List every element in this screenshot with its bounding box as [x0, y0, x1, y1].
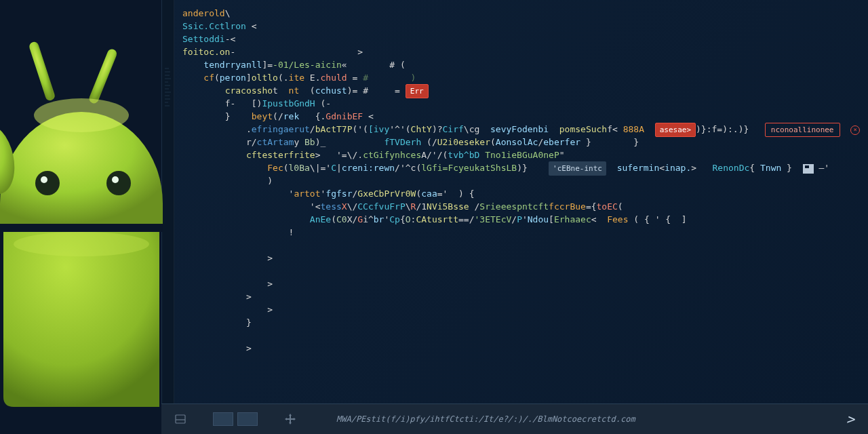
hint-badge: 'cEBne-intc: [549, 161, 606, 176]
code-line[interactable]: '<tessX\/CCcfvuFrP\R/1NVi5Bsse /Srieeesp…: [182, 200, 861, 213]
code-line[interactable]: Ssic.Cctlron <: [182, 20, 861, 33]
warning-badge[interactable]: nconoallinonee: [765, 123, 840, 137]
thumbnails[interactable]: [213, 412, 258, 426]
code-line[interactable]: Settoddi-<: [182, 33, 861, 45]
error-badge: Err: [406, 84, 429, 98]
code-line[interactable]: cracosshot nt (cchust)= # = Err: [182, 84, 861, 97]
code-line[interactable]: Fec(l0Ba\|='C|creni:rewn/'^c(lGfi=Fcyeuk…: [182, 161, 861, 174]
status-bar: MWA/PEstit(f/i)pfy/ihtfCtcti:/It/e?/:)/.…: [161, 403, 868, 434]
svg-rect-7: [0, 224, 163, 232]
thumbnail[interactable]: [237, 412, 258, 426]
code-line[interactable]: }: [182, 316, 861, 329]
code-line[interactable]: >: [182, 252, 861, 264]
code-line[interactable]: !: [182, 226, 861, 239]
code-content[interactable]: anderold\Ssic.Cctlron <Settoddi-<foitoc.…: [182, 7, 861, 355]
code-line[interactable]: AnEe(C0X/Gi^br'Cp{O:CAtusrtt==/'3ETEcV/P…: [182, 213, 861, 226]
forward-arrow-icon[interactable]: >: [846, 411, 854, 427]
code-line[interactable]: 'artot'fgfsr/GxeCbPrVr0W(caa=' ) {: [182, 187, 861, 200]
status-path-text: MWA/PEstit(f/i)pfy/ihtfCtcti:/It/e?/:)/.…: [336, 414, 819, 424]
code-line[interactable]: cftesterfrite> '=\/.ctGifynhcesA/'/(tvb^…: [182, 149, 861, 161]
svg-rect-13: [287, 418, 294, 420]
editor-gutter: [162, 0, 174, 403]
svg-rect-1: [87, 47, 118, 104]
svg-point-4: [41, 176, 47, 183]
code-line[interactable]: [182, 264, 861, 277]
code-line[interactable]: [182, 239, 861, 252]
code-line[interactable]: >: [182, 303, 861, 316]
code-line[interactable]: >: [182, 290, 861, 303]
svg-rect-10: [176, 415, 185, 423]
code-line[interactable]: foitoc.on- >: [182, 45, 861, 58]
code-line[interactable]: anderold\: [182, 7, 861, 20]
code-line[interactable]: >: [182, 342, 861, 355]
minimap: [165, 68, 172, 339]
code-line[interactable]: cf(peron]oltlo(.ite E.chuld = # ): [182, 71, 861, 84]
close-error-icon[interactable]: ×: [850, 125, 860, 135]
android-mascot-illustration: [0, 27, 163, 407]
panel-icon[interactable]: [175, 414, 186, 425]
code-line[interactable]: >: [182, 277, 861, 290]
svg-point-8: [14, 232, 149, 256]
move-icon[interactable]: [285, 414, 296, 425]
svg-rect-0: [28, 41, 56, 102]
code-line[interactable]: tendrryanll]=-01/Les-aicin« # (: [182, 58, 861, 71]
code-line[interactable]: r/ctArtamy Bb)_ fTVDerh (/U2i0eseker(Aon…: [182, 136, 861, 149]
code-line[interactable]: } beyt(/rek {.GdnibEF <: [182, 110, 861, 123]
thumbnail[interactable]: [213, 412, 233, 426]
svg-point-2: [34, 98, 129, 132]
code-editor-pane[interactable]: anderold\Ssic.Cctlron <Settoddi-<foitoc.…: [161, 0, 868, 403]
code-line[interactable]: f- [)IpustbGndH (-: [182, 97, 861, 110]
error-badge[interactable]: asesae>: [655, 123, 696, 137]
svg-point-6: [112, 176, 119, 183]
code-line[interactable]: ): [182, 174, 861, 187]
save-icon[interactable]: [803, 164, 814, 174]
svg-point-3: [35, 171, 60, 195]
code-line[interactable]: .efringaerut/bActT7P('([ivy'^'(ChtY)?Cir…: [182, 123, 861, 136]
code-line[interactable]: [182, 329, 861, 342]
svg-point-5: [106, 171, 131, 195]
